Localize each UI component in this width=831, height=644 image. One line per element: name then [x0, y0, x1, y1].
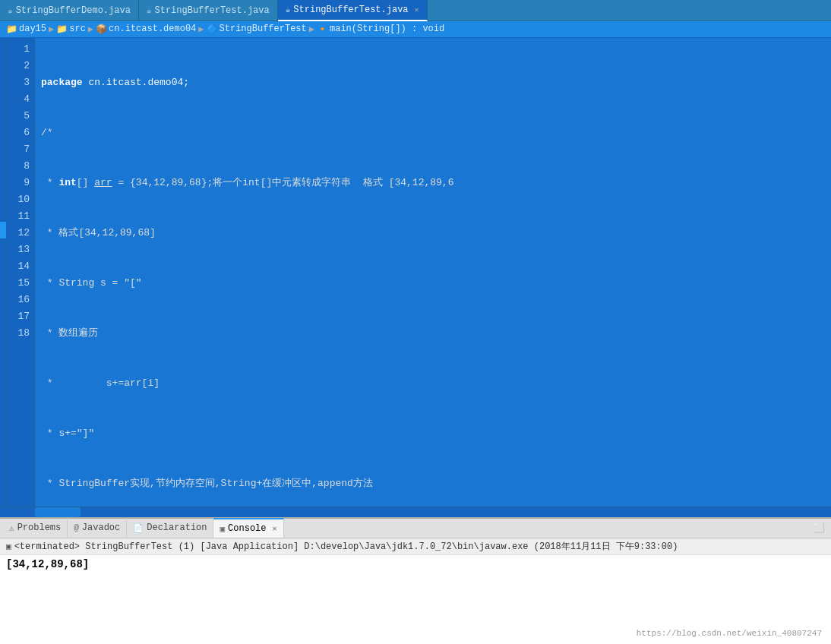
- breadcrumb-icon-pkg: 📦: [96, 24, 107, 35]
- breadcrumb-day15: day15: [19, 24, 46, 34]
- console-icon: ▣: [220, 524, 225, 534]
- code-line-6: * 数组遍历: [41, 325, 825, 342]
- bottom-tab-bar: ⚠ Problems @ Javadoc 📄 Declaration ▣ Con…: [0, 519, 831, 538]
- code-line-5: * String s = "[": [41, 275, 825, 292]
- console-terminated-text: <terminated> StringBufferTest (1) [Java …: [14, 540, 678, 553]
- code-line-9: * StringBuffer实现,节约内存空间,String+在缓冲区中,app…: [41, 475, 825, 492]
- java-file-icon: ☕: [8, 5, 13, 15]
- tab-console[interactable]: ▣ Console ✕: [213, 518, 283, 538]
- breadcrumb-method: main(String[]) : void: [330, 24, 444, 34]
- code-content[interactable]: package cn.itcast.demo04; /* * int[] arr…: [35, 38, 831, 507]
- tab-problems-label: Problems: [17, 522, 62, 533]
- breadcrumb-icon-method: 🔸: [317, 24, 328, 35]
- breadcrumb-icon-class: 🔷: [207, 24, 218, 35]
- breadcrumb-icon: 📁: [6, 24, 17, 35]
- minimize-button[interactable]: ⬜: [814, 522, 825, 534]
- breadcrumb-package: cn.itcast.demo04: [109, 24, 196, 34]
- line-numbers: 1 2 3 4 5 6 7 8 9 10 11 12 13 14 15 16 1…: [6, 38, 35, 507]
- console-output-text: [34,12,89,68]: [6, 558, 825, 570]
- tab-declaration[interactable]: 📄 Declaration: [127, 518, 213, 538]
- tab-bar: ☕ StringBufferDemo.java ☕ StringBufferTe…: [0, 0, 831, 21]
- code-line-7: * s+=arr[i]: [41, 375, 825, 392]
- console-tab-close[interactable]: ✕: [273, 524, 277, 533]
- tab-stringbufferdemo[interactable]: ☕ StringBufferDemo.java: [0, 0, 139, 21]
- horizontal-scrollbar[interactable]: [0, 507, 831, 517]
- tab-declaration-label: Declaration: [147, 522, 207, 533]
- tab-label-1: StringBufferDemo.java: [16, 5, 131, 16]
- indicator-column: [0, 38, 6, 507]
- code-line-2: /*: [41, 125, 825, 141]
- terminal-icon: ▣: [6, 541, 11, 551]
- tab-label-3: StringBufferTest.java: [293, 5, 408, 15]
- tab-console-label: Console: [228, 523, 266, 534]
- tab-javadoc[interactable]: @ Javadoc: [68, 518, 127, 538]
- tab-stringbuffertest-2[interactable]: ☕ StringBufferTest.java ✕: [278, 0, 428, 21]
- code-line-3: * int[] arr = {34,12,89,68};将一个int[]中元素转…: [41, 175, 825, 191]
- tab-close-icon[interactable]: ✕: [415, 5, 419, 14]
- code-line-4: * 格式[34,12,89,68]: [41, 225, 825, 242]
- watermark: https://blog.csdn.net/weixin_40807247: [637, 629, 822, 638]
- tab-stringbuffertest-1[interactable]: ☕ StringBufferTest.java: [139, 0, 278, 21]
- javadoc-icon: @: [74, 523, 79, 532]
- bottom-panel: ⚠ Problems @ Javadoc 📄 Declaration ▣ Con…: [0, 517, 831, 644]
- tab-label-2: StringBufferTest.java: [154, 5, 269, 16]
- code-line-8: * s+="]": [41, 425, 825, 442]
- breadcrumb-icon-src: 📁: [56, 24, 68, 35]
- tab-problems[interactable]: ⚠ Problems: [3, 518, 68, 538]
- breadcrumb-class: StringBufferTest: [220, 24, 307, 34]
- breadcrumb: 📁 day15 ▶ 📁 src ▶ 📦 cn.itcast.demo04 ▶ 🔷…: [0, 21, 831, 38]
- java-file-icon-2: ☕: [147, 5, 152, 15]
- problems-icon: ⚠: [9, 523, 14, 533]
- code-editor[interactable]: 1 2 3 4 5 6 7 8 9 10 11 12 13 14 15 16 1…: [0, 38, 831, 507]
- tab-javadoc-label: Javadoc: [82, 522, 120, 533]
- java-file-icon-3: ☕: [286, 5, 291, 14]
- breadcrumb-src: src: [69, 24, 86, 34]
- console-header: ▣ <terminated> StringBufferTest (1) [Jav…: [0, 538, 831, 555]
- code-line-1: package cn.itcast.demo04;: [41, 74, 825, 91]
- declaration-icon: 📄: [133, 523, 144, 533]
